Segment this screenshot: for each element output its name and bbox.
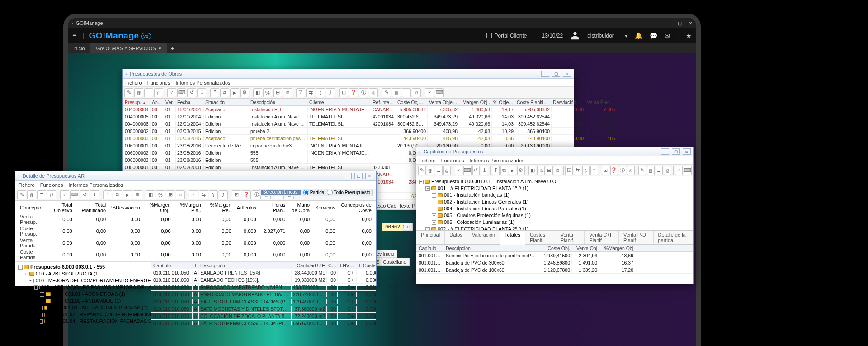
tree-node[interactable]: +020 - C01.02 - ANDAMIAJE (1) xyxy=(18,298,148,304)
toolbar-button[interactable]: ⤓ xyxy=(90,190,99,199)
tree-node[interactable]: +005 - Cuadros Protección Máquinas (1) xyxy=(419,212,691,219)
tab-venta-c-i-planif[interactable]: Venta C+I Planif xyxy=(585,231,619,244)
toolbar-button[interactable]: ≣ xyxy=(435,166,443,175)
toolbar-button[interactable]: ✓ xyxy=(455,166,462,175)
toolbar-button[interactable]: ✎ xyxy=(638,166,646,175)
toolbar-button[interactable]: ⎙ xyxy=(154,88,163,97)
toolbar-button[interactable]: ⚙ xyxy=(133,190,142,199)
expand-icon[interactable]: − xyxy=(425,186,430,191)
toolbar-button[interactable]: ◧ xyxy=(253,88,262,97)
tab-texto-pie[interactable]: Texto P xyxy=(396,202,419,210)
toolbar-button[interactable]: ⎙ xyxy=(412,88,421,97)
toolbar-button[interactable]: ⤒ xyxy=(210,88,219,97)
window-titlebar[interactable]: › Detalle de Presupuestos AR — ▢ ⧈ xyxy=(15,171,376,181)
toolbar-button[interactable]: ⤵ xyxy=(582,166,590,175)
toolbar-button[interactable]: ⤴ xyxy=(326,88,335,97)
toolbar-button[interactable]: ☑ xyxy=(565,166,573,175)
expand-icon[interactable]: + xyxy=(29,279,32,283)
collapse-icon[interactable]: − xyxy=(419,180,424,184)
toolbar-button[interactable]: ⤴ xyxy=(590,166,598,175)
tab-principal[interactable]: Principal xyxy=(416,231,445,244)
toolbar-button[interactable]: ⌨ xyxy=(463,166,472,175)
toolbar-button[interactable]: ❓ xyxy=(610,166,618,175)
expand-icon[interactable]: + xyxy=(40,306,43,310)
toolbar-button[interactable]: 🗑 xyxy=(392,88,401,97)
maximize-button[interactable]: ▢ xyxy=(354,173,363,179)
table-row[interactable]: 005000002000103/03/2015Ediciónprueba 236… xyxy=(123,128,574,135)
tab-venta-planif-[interactable]: Venta Planif. xyxy=(556,231,585,244)
toolbar-button[interactable]: ⇆ xyxy=(306,88,315,97)
tree-node[interactable]: +040 - C01.07 - REPARACIÓN DE HORMIGONES… xyxy=(18,311,148,318)
user-dropdown[interactable]: distribuidor▾ xyxy=(587,33,627,39)
close-button[interactable]: ⧈ xyxy=(683,148,691,155)
chat-icon[interactable]: 💬 xyxy=(650,32,657,39)
toolbar-button[interactable]: ⚙ xyxy=(517,166,525,175)
menu-fichero[interactable]: Fichero xyxy=(18,182,35,188)
window-titlebar[interactable]: › Capítulos de Presupuestos — ▢ ⧈ xyxy=(416,147,693,156)
toolbar-button[interactable]: ⌨ xyxy=(70,190,79,199)
portal-cliente-link[interactable]: Portal Cliente xyxy=(486,33,527,39)
minimize-button[interactable]: — xyxy=(661,148,669,155)
tab-inicio[interactable]: Inicio xyxy=(68,43,91,53)
maximize-button[interactable]: ▢ xyxy=(552,71,560,77)
toolbar-button[interactable]: ⧉ xyxy=(113,190,122,199)
add-tab-button[interactable]: + xyxy=(167,45,178,52)
toolbar-button[interactable]: ⊞ xyxy=(166,190,175,199)
menu-icon[interactable]: ≡ xyxy=(72,32,76,40)
toolbar-button[interactable]: ✎ xyxy=(418,166,426,175)
date-display[interactable]: 13/10/22 xyxy=(534,33,563,39)
toolbar-button[interactable]: ❓ xyxy=(242,190,251,199)
toolbar-button[interactable]: ⊞ xyxy=(546,166,553,175)
toolbar-button[interactable]: 🗑 xyxy=(134,88,143,97)
tree-node[interactable]: +030 - C01.03 - ACTUACIONES PREVIAS (1) xyxy=(18,304,148,311)
bell-icon[interactable]: 🔔 xyxy=(635,32,642,39)
expand-icon[interactable]: + xyxy=(432,193,436,198)
expand-icon[interactable]: + xyxy=(34,285,38,290)
menu-funciones[interactable]: Funciones xyxy=(147,80,170,85)
tree-node[interactable]: +004 - Instalación Líneas Parciales (1) xyxy=(419,205,691,212)
menu-informes[interactable]: Informes Personalizados xyxy=(175,80,230,85)
tab-venta-p-d-planif[interactable]: Venta P-D Planif xyxy=(619,231,654,244)
toolbar-button[interactable]: ⧈ xyxy=(176,190,185,199)
table-row[interactable]: 005000003000120/05/2015Aceptadoprueba ce… xyxy=(123,135,574,142)
toolbar-button[interactable]: % xyxy=(156,190,165,199)
mail-icon[interactable]: ✉ xyxy=(665,32,670,39)
toolbar-button[interactable]: ◧ xyxy=(528,166,536,175)
tree-node[interactable]: +010 - ARBESKOERROTA (1) xyxy=(18,270,148,277)
menu-informes[interactable]: Informes Personalizados xyxy=(68,182,123,188)
table-row[interactable]: 001.001.005SuminisPio y colocación de pu… xyxy=(416,252,693,259)
toolbar-button[interactable]: ✎ xyxy=(124,88,133,97)
tree-node[interactable]: +060 - C01.08 - HERRERÍA Y METALISTERÍA … xyxy=(18,325,148,325)
toolbar-button[interactable]: ⊞ xyxy=(273,88,282,97)
user-avatar-icon[interactable] xyxy=(570,30,580,42)
toolbar-button[interactable]: ► xyxy=(123,190,132,199)
toolbar-button[interactable]: ≣ xyxy=(144,88,153,97)
toolbar-button[interactable]: ✓ xyxy=(425,88,434,97)
menu-informes[interactable]: Informes Personalizados xyxy=(469,158,524,163)
toolbar-button[interactable]: ⧈ xyxy=(283,88,292,97)
table-row[interactable]: 010.010.010.050AENFOSCADO MAESTREADO-PL.… xyxy=(151,291,376,298)
table-row[interactable]: 010.010.010.050ACOLOCACIÓN DE ZOCALO PLA… xyxy=(151,313,376,320)
minimize-button[interactable]: — xyxy=(344,173,352,179)
tab-costes-planif-[interactable]: Costes Planif. xyxy=(525,231,556,244)
expand-icon[interactable]: + xyxy=(432,200,436,204)
toolbar-button[interactable]: 🗑 xyxy=(427,166,434,175)
tab-detalle-de-la-partida[interactable]: Detalle de la partida xyxy=(654,231,693,244)
expand-icon[interactable]: + xyxy=(432,207,436,211)
toolbar-button[interactable]: ⤵ xyxy=(209,190,218,199)
expand-icon[interactable]: + xyxy=(40,292,44,297)
toolbar-button[interactable]: % xyxy=(537,166,545,175)
toolbar-button[interactable]: ⊡ xyxy=(232,190,241,199)
grid-capitulos-detalle[interactable]: CapítuloDescripciónCoste Obj.Venta Obj%M… xyxy=(416,245,693,274)
table-row[interactable]: 010.010.010.050ASATE STOTHERM CLASSIC 14… xyxy=(151,320,376,325)
star-icon[interactable]: ★ xyxy=(686,32,692,39)
toolbar-button[interactable]: ✓ xyxy=(167,88,176,97)
toolbar-button[interactable]: ⓘ xyxy=(359,88,368,97)
toolbar-button[interactable]: ⧉ xyxy=(220,88,229,97)
expand-icon[interactable]: + xyxy=(40,299,44,303)
menu-fichero[interactable]: Fichero xyxy=(419,158,436,163)
toolbar-button[interactable]: ⧉ xyxy=(500,166,508,175)
toolbar-button[interactable]: ◧ xyxy=(146,190,155,199)
toolbar-button[interactable]: ⓘ xyxy=(619,166,627,175)
close-button[interactable]: ⧈ xyxy=(365,173,373,179)
